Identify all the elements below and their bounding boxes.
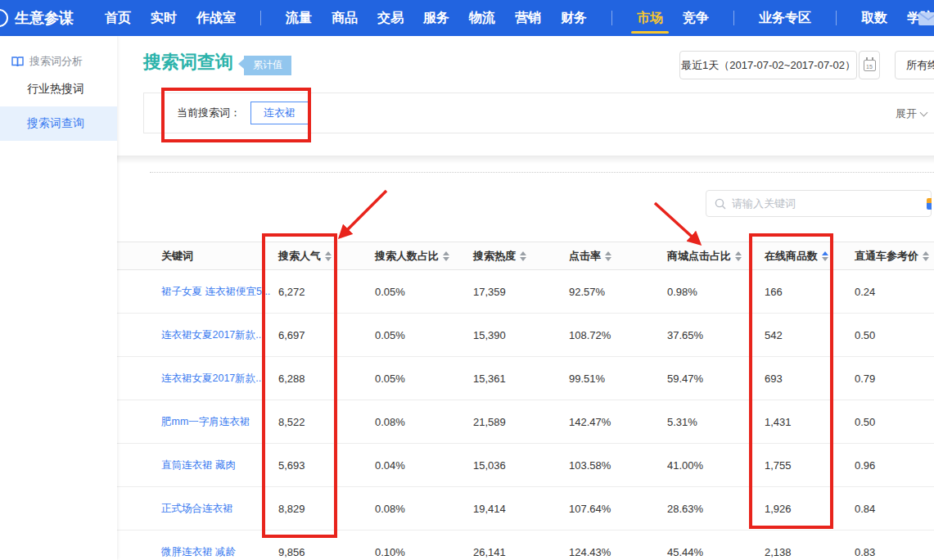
cell-ctr: 107.64% (569, 503, 667, 515)
sort-desc-arrow (735, 257, 742, 261)
cell-search-heat: 15,361 (473, 373, 569, 385)
sidebar-item-搜索词查询[interactable]: 搜索词查询 (0, 106, 117, 141)
nav-item-物流[interactable]: 物流 (469, 0, 495, 36)
calendar-button[interactable]: 15 (859, 51, 880, 79)
cell-search-heat: 15,036 (473, 459, 569, 472)
nav-item-竞争[interactable]: 竞争 (683, 0, 709, 36)
sort-icon-ctr[interactable] (605, 251, 611, 261)
cutoff-icon (927, 198, 932, 210)
sort-icon-online-products[interactable] (822, 251, 828, 261)
cell-search-heat: 15,390 (473, 329, 569, 341)
sidebar: 搜索词分析 行业热搜词搜索词查询 (0, 36, 117, 560)
page-title: 搜索词查询 (143, 50, 233, 75)
book-icon (11, 56, 24, 67)
calendar-icon: 15 (864, 60, 876, 71)
table-row: 微胖连衣裙 减龄9,8560.10%26,141124.43%45.44%2,1… (117, 531, 934, 560)
sort-icon-mall-click-ratio[interactable] (735, 251, 742, 261)
app-logo[interactable]: 生意参谋 (2, 8, 74, 28)
keyword-link[interactable]: 连衣裙女夏2017新款... (161, 329, 264, 341)
nav-item-流量[interactable]: 流量 (286, 0, 312, 36)
nav-item-商品[interactable]: 商品 (332, 0, 358, 36)
current-keyword-chip[interactable]: 连衣裙 (250, 102, 309, 124)
keyword-link[interactable]: 直筒连衣裙 藏肉 (161, 459, 236, 471)
table-row: 连衣裙女夏2017新款...6,2880.05%15,36199.51%59.4… (117, 357, 934, 400)
sort-desc-arrow (605, 257, 611, 261)
cell-ctr: 108.72% (569, 329, 667, 341)
sort-desc-arrow (923, 257, 929, 261)
cell-mall-click-ratio: 45.44% (667, 546, 765, 558)
date-range-picker[interactable]: 最近1天（2017-07-02~2017-07-02） (679, 51, 857, 79)
sort-icon-search-popularity[interactable] (325, 251, 332, 261)
nav-item-服务[interactable]: 服务 (423, 0, 449, 36)
column-header-search-popularity[interactable]: 搜索人气 (278, 249, 375, 264)
cell-ctr: 99.51% (569, 373, 667, 385)
keyword-link[interactable]: 裙子女夏 连衣裙便宜5... (161, 286, 270, 297)
nav-item-实时[interactable]: 实时 (151, 0, 177, 36)
current-search-term-label: 当前搜索词： (177, 106, 241, 120)
nav-item-财务[interactable]: 财务 (561, 0, 587, 36)
column-header-online-products[interactable]: 在线商品数 (765, 249, 855, 264)
cell-search-popularity: 5,693 (278, 459, 375, 472)
cell-search-heat: 17,359 (473, 286, 569, 298)
nav-item-业务专区[interactable]: 业务专区 (759, 0, 811, 36)
column-header-mall-click-ratio[interactable]: 商城点击占比 (667, 249, 765, 264)
cell-searcher-ratio: 0.10% (375, 546, 473, 558)
column-header-searcher-ratio[interactable]: 搜索人数占比 (375, 249, 473, 264)
cell-mall-click-ratio: 37.65% (667, 329, 765, 341)
keyword-search-input[interactable]: 请输入关键词 (706, 190, 932, 217)
sidebar-items: 行业热搜词搜索词查询 (0, 72, 117, 141)
keyword-link[interactable]: 微胖连衣裙 减龄 (161, 546, 236, 558)
column-label-search-heat: 搜索热度 (473, 249, 516, 264)
nav-item-取数[interactable]: 取数 (861, 0, 887, 36)
column-header-search-heat[interactable]: 搜索热度 (473, 249, 569, 264)
nav-item-营销[interactable]: 营销 (515, 0, 541, 36)
sort-asc-arrow (822, 251, 828, 255)
column-label-ztc-ref-price: 直通车参考价 (855, 249, 918, 264)
sort-asc-arrow (735, 251, 742, 255)
column-header-keyword: 关键词 (117, 249, 278, 264)
expand-link[interactable]: 展开 (896, 93, 927, 134)
table-row: 肥mm一字肩连衣裙8,5220.08%21,589142.47%5.31%1,4… (117, 400, 934, 444)
dotted-divider (150, 172, 934, 173)
nav-item-市场[interactable]: 市场 (637, 0, 663, 36)
nav-divider (260, 11, 261, 25)
sort-asc-arrow (325, 251, 332, 255)
sort-icon-search-heat[interactable] (520, 251, 526, 261)
sort-desc-arrow (822, 257, 828, 261)
cell-mall-click-ratio: 28.63% (667, 503, 765, 515)
main-content: 搜索词查询 累计值 最近1天（2017-07-02~2017-07-02） 15… (117, 36, 934, 560)
nav-item-作战室[interactable]: 作战室 (196, 0, 236, 36)
cell-ztc-ref-price: 0.84 (855, 503, 934, 515)
sort-icon-ztc-ref-price[interactable] (923, 251, 929, 261)
keyword-link[interactable]: 肥mm一字肩连衣裙 (161, 416, 250, 427)
sort-icon-searcher-ratio[interactable] (443, 251, 449, 261)
cell-mall-click-ratio: 0.98% (667, 286, 765, 298)
cell-mall-click-ratio: 41.00% (667, 459, 765, 472)
cell-search-popularity: 6,697 (278, 329, 375, 341)
sidebar-item-行业热搜词[interactable]: 行业热搜词 (0, 72, 117, 106)
sort-desc-arrow (325, 257, 332, 261)
chevron-down-icon (920, 109, 928, 117)
nav-item-交易[interactable]: 交易 (377, 0, 404, 36)
table-body: 裙子女夏 连衣裙便宜5...6,2720.05%17,35992.57%0.98… (117, 270, 934, 560)
table-row: 连衣裙女夏2017新款...6,6970.05%15,390108.72%37.… (117, 314, 934, 357)
column-label-ctr: 点击率 (569, 249, 601, 264)
cell-ctr: 142.47% (569, 416, 667, 428)
cell-online-products: 2,138 (765, 546, 855, 558)
cell-ztc-ref-price: 0.96 (855, 459, 934, 472)
cell-ztc-ref-price: 0.79 (855, 373, 934, 385)
column-header-ztc-ref-price[interactable]: 直通车参考价 (855, 249, 934, 264)
cell-ctr: 103.58% (569, 459, 667, 472)
nav-item-首页[interactable]: 首页 (105, 0, 131, 36)
cell-searcher-ratio: 0.08% (375, 503, 473, 515)
cell-online-products: 166 (765, 286, 855, 298)
keyword-link[interactable]: 正式场合连衣裙 (161, 503, 233, 514)
keyword-link[interactable]: 连衣裙女夏2017新款... (161, 373, 264, 384)
terminal-filter-select[interactable]: 所有终端 (895, 51, 934, 79)
column-header-ctr[interactable]: 点击率 (569, 249, 667, 264)
cell-ztc-ref-price: 0.50 (855, 416, 934, 428)
cell-mall-click-ratio: 5.31% (667, 416, 765, 428)
mail-icon[interactable] (918, 11, 934, 26)
column-label-mall-click-ratio: 商城点击占比 (667, 249, 731, 264)
nav-divider (611, 11, 612, 25)
